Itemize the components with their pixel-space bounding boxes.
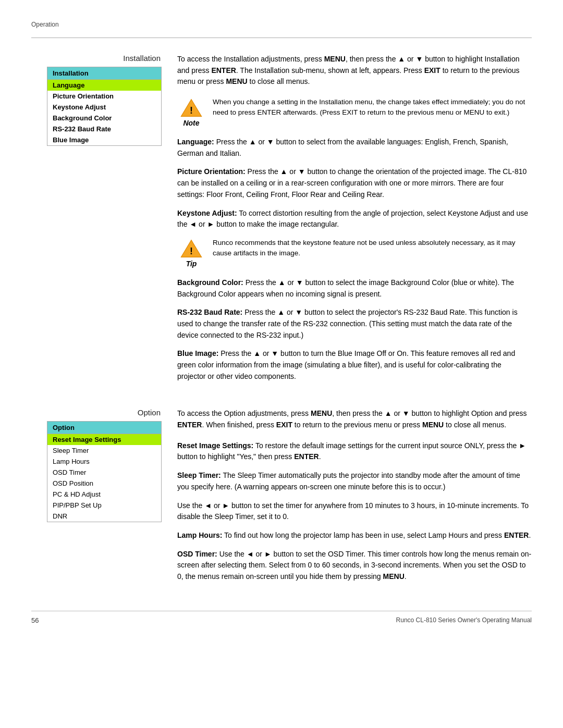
menu-item-picture-orientation[interactable]: Picture Orientation [47,91,161,102]
option-left-col: Option Option Reset Image Settings Sleep… [31,408,172,589]
reset-image-para: Reset Image Settings: To restore the def… [177,440,532,463]
note-text: When you change a setting in the Install… [213,97,532,118]
blue-image-para: Blue Image: Press the ▲ or ▼ button to t… [177,348,532,382]
top-divider [31,38,532,38]
option-right-col: To access the Option adjustments, press … [172,408,532,589]
tip-text: Runco recommends that the keystone featu… [213,238,532,259]
menu-item-background-color[interactable]: Background Color [47,113,161,124]
osd-timer-para: OSD Timer: Use the ◄ or ► button to set … [177,549,532,583]
page: Operation Installation Installation Lang… [0,0,563,728]
option-section: Option Option Reset Image Settings Sleep… [31,408,532,589]
picture-orientation-para: Picture Orientation: Press the ▲ or ▼ bu… [177,166,532,200]
menu-item-language[interactable]: Language [47,80,161,91]
installation-left-col: Installation Installation Language Pictu… [31,54,172,389]
option-menu-item-pc-hd-adjust[interactable]: PC & HD Adjust [47,489,161,500]
background-color-para: Background Color: Press the ▲ or ▼ butto… [177,277,532,300]
menu-item-rs232-baud-rate[interactable]: RS-232 Baud Rate [47,124,161,134]
footer: 56 Runco CL-810 Series Owner's Operating… [31,611,532,624]
osd-timer-term: OSD Timer: [177,550,217,558]
tip-triangle-icon: ! [180,239,203,258]
sleep-timer-term: Sleep Timer: [177,471,221,479]
option-menu-item-sleep-timer[interactable]: Sleep Timer [47,445,161,456]
option-menu-item-pip-pbp[interactable]: PIP/PBP Set Up [47,500,161,511]
svg-text:!: ! [190,246,193,256]
menu-item-blue-image[interactable]: Blue Image [47,134,161,145]
lamp-hours-term: Lamp Hours: [177,531,222,539]
tip-box: ! Tip Runco recommends that the keystone… [177,238,532,268]
background-color-term: Background Color: [177,278,243,287]
keystone-para: Keystone Adjust: To correct distortion r… [177,208,532,230]
tip-icon-container: ! Tip [177,239,205,268]
sleep-timer-para: Sleep Timer: The Sleep Timer automatical… [177,470,532,492]
language-term: Language: [177,138,214,146]
language-para: Language: Press the ▲ or ▼ button to sel… [177,137,532,159]
footer-right-text: Runco CL-810 Series Owner's Operating Ma… [396,616,532,624]
reset-image-term: Reset Image Settings: [177,441,253,450]
note-icon-container: ! Note [177,98,205,127]
menu-item-keystone-adjust[interactable]: Keystone Adjust [47,102,161,113]
installation-menu-header: Installation [47,67,161,80]
option-intro: To access the Option adjustments, press … [177,408,532,430]
option-menu-item-lamp-hours[interactable]: Lamp Hours [47,456,161,467]
note-label: Note [183,119,199,127]
warning-triangle-icon: ! [180,98,203,118]
rs232-para: RS-232 Baud Rate: Press the ▲ or ▼ butto… [177,307,532,341]
option-menu-item-osd-position[interactable]: OSD Position [47,478,161,489]
lamp-hours-para: Lamp Hours: To find out how long the pro… [177,530,532,541]
rs232-term: RS-232 Baud Rate: [177,308,242,316]
installation-menu: Installation Language Picture Orientatio… [47,67,162,146]
option-menu-item-osd-timer[interactable]: OSD Timer [47,467,161,478]
installation-intro: To access the Installation adjustments, … [177,54,532,88]
installation-section: Installation Installation Language Pictu… [31,54,532,389]
svg-text:!: ! [190,105,193,116]
option-menu: Option Reset Image Settings Sleep Timer … [47,421,162,522]
breadcrumb: Operation [31,21,532,28]
option-menu-item-reset[interactable]: Reset Image Settings [47,434,161,445]
blue-image-term: Blue Image: [177,349,218,357]
picture-orientation-term: Picture Orientation: [177,167,246,176]
tip-label: Tip [186,260,197,268]
installation-title: Installation [123,54,162,63]
option-title: Option [138,408,162,417]
option-menu-item-dnr[interactable]: DNR [47,511,161,522]
installation-right-col: To access the Installation adjustments, … [172,54,532,389]
sleep-timer-use-para: Use the ◄ or ► button to set the timer f… [177,500,532,523]
note-box: ! Note When you change a setting in the … [177,97,532,127]
keystone-term: Keystone Adjust: [177,209,237,217]
page-number: 56 [31,616,39,624]
option-menu-header: Option [47,422,161,434]
